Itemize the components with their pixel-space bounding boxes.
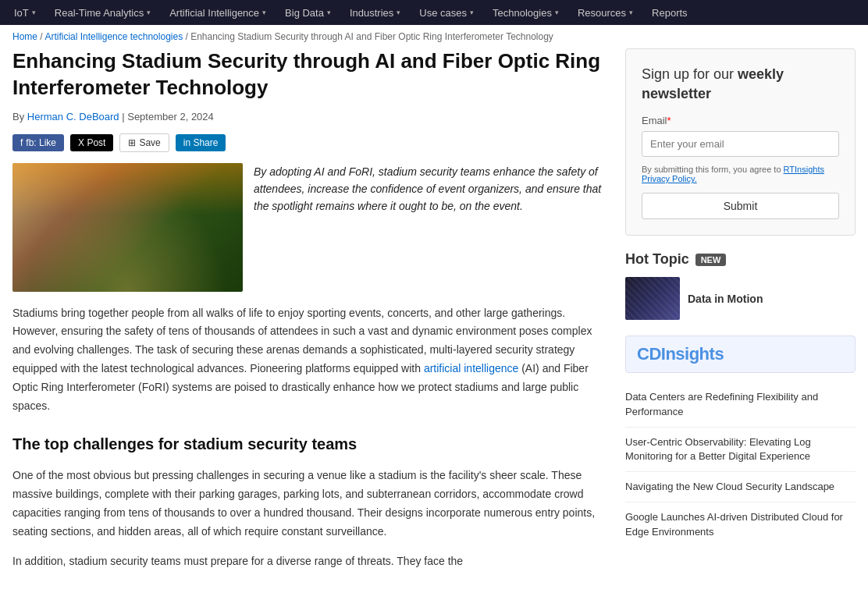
chevron-down-icon: ▾ — [32, 9, 36, 16]
email-label: Email* — [642, 115, 839, 126]
breadcrumb: Home / Artificial Intelligence technolog… — [0, 25, 868, 48]
nav-industries[interactable]: Industries ▾ — [342, 0, 408, 25]
x-post-button[interactable]: X Post — [70, 134, 113, 151]
breadcrumb-current: Enhancing Stadium Security through AI an… — [190, 31, 553, 42]
nav-real-time-analytics[interactable]: Real-Time Analytics ▾ — [47, 0, 158, 25]
nav-technologies[interactable]: Technologies ▾ — [485, 0, 567, 25]
chevron-down-icon: ▾ — [629, 9, 633, 16]
hot-topic-header: Hot Topic NEW — [625, 251, 856, 268]
newsletter-box: Sign up for our weekly newsletter Email*… — [625, 48, 856, 236]
sidebar-link-1[interactable]: Data Centers are Redefining Flexibility … — [625, 391, 818, 417]
in-share-button[interactable]: in Share — [176, 134, 226, 151]
hot-topic-label: Hot Topic — [625, 251, 689, 268]
article-body: Stadiums bring together people from all … — [12, 304, 610, 571]
sidebar-link-3[interactable]: Navigating the New Cloud Security Landsc… — [625, 481, 834, 492]
article-section-title: The top challenges for stadium security … — [12, 431, 610, 457]
chevron-down-icon: ▾ — [327, 9, 331, 16]
hot-topic-thumbnail — [625, 277, 680, 320]
chevron-down-icon: ▾ — [147, 9, 151, 16]
submit-button[interactable]: Submit — [642, 193, 839, 219]
chevron-down-icon: ▾ — [555, 9, 559, 16]
cdinsights-logo-text: CDInsights — [637, 344, 724, 364]
nav-iot[interactable]: IoT ▾ — [6, 0, 44, 25]
chevron-down-icon: ▾ — [262, 9, 266, 16]
article-intro-quote: By adopting AI and FoRI, stadium securit… — [254, 163, 610, 292]
breadcrumb-section[interactable]: Artificial Intelligence technologies — [44, 31, 183, 42]
cdinsights-section: CDInsights Data Centers are Redefining F… — [625, 335, 856, 546]
breadcrumb-home[interactable]: Home — [12, 31, 37, 42]
article-image — [12, 163, 243, 292]
main-layout: Enhancing Stadium Security through AI an… — [0, 48, 868, 594]
nav-use-cases[interactable]: Use cases ▾ — [411, 0, 482, 25]
save-icon: ⊞ — [128, 137, 136, 148]
social-bar: f fb: Like X Post ⊞ Save in Share — [12, 133, 610, 152]
nav-bar: IoT ▾ Real-Time Analytics ▾ Artificial I… — [0, 0, 868, 25]
chevron-down-icon: ▾ — [397, 9, 400, 16]
author-link[interactable]: Herman C. DeBoard — [27, 111, 119, 122]
privacy-note: By submitting this form, you agree to RT… — [642, 165, 839, 183]
sidebar-links: Data Centers are Redefining Flexibility … — [625, 382, 856, 546]
cdinsights-logo[interactable]: CDInsights — [625, 335, 856, 373]
email-input[interactable] — [642, 131, 839, 157]
hot-topic-section: Hot Topic NEW Data in Motion — [625, 251, 856, 320]
fb-like-button[interactable]: f fb: Like — [12, 134, 64, 151]
chevron-down-icon: ▾ — [470, 9, 474, 16]
list-item: User-Centric Observability: Elevating Lo… — [625, 428, 856, 472]
hot-topic-item-title: Data in Motion — [688, 293, 763, 305]
article-paragraph-3: In addition, stadium security teams must… — [12, 552, 610, 571]
sidebar-link-4[interactable]: Google Launches AI-driven Distributed Cl… — [625, 511, 843, 537]
nav-reports[interactable]: Reports — [644, 0, 695, 25]
article-image-block: By adopting AI and FoRI, stadium securit… — [12, 163, 610, 292]
article-paragraph-1: Stadiums bring together people from all … — [12, 304, 610, 416]
new-badge: NEW — [695, 254, 727, 266]
article-area: Enhancing Stadium Security through AI an… — [12, 48, 610, 581]
list-item: Navigating the New Cloud Security Landsc… — [625, 472, 856, 502]
sidebar-link-2[interactable]: User-Centric Observability: Elevating Lo… — [625, 436, 811, 462]
fb-icon: f — [20, 137, 23, 148]
list-item: Google Launches AI-driven Distributed Cl… — [625, 502, 856, 546]
newsletter-title: Sign up for our weekly newsletter — [642, 65, 839, 104]
sidebar: Sign up for our weekly newsletter Email*… — [625, 48, 856, 581]
nav-artificial-intelligence[interactable]: Artificial Intelligence ▾ — [162, 0, 274, 25]
hot-topic-item[interactable]: Data in Motion — [625, 277, 856, 320]
article-paragraph-2: One of the most obvious but pressing cha… — [12, 467, 610, 541]
required-mark: * — [667, 115, 671, 126]
list-item: Data Centers are Redefining Flexibility … — [625, 382, 856, 427]
article-title: Enhancing Stadium Security through AI an… — [12, 48, 610, 101]
ai-link[interactable]: artificial intelligence — [424, 362, 518, 374]
nav-big-data[interactable]: Big Data ▾ — [277, 0, 339, 25]
article-meta: By Herman C. DeBoard | September 2, 2024 — [12, 111, 610, 122]
save-button[interactable]: ⊞ Save — [119, 133, 169, 152]
nav-resources[interactable]: Resources ▾ — [570, 0, 641, 25]
